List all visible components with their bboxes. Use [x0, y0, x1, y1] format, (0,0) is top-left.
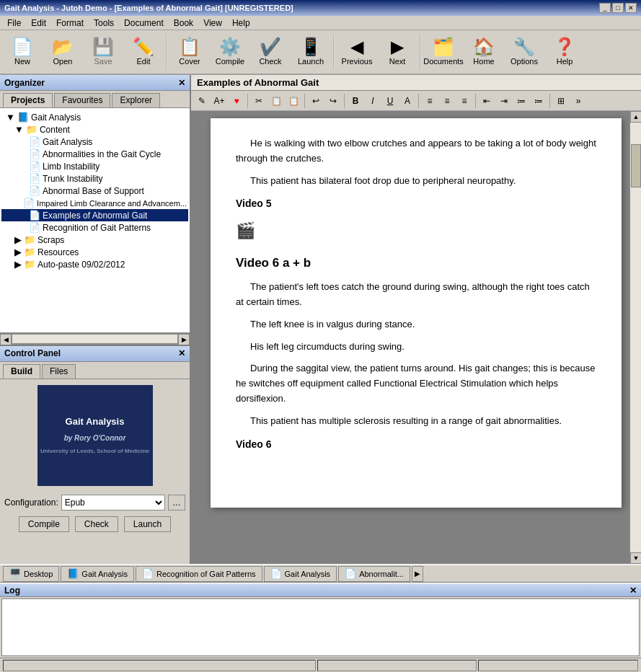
cp-compile-button[interactable]: Compile — [19, 516, 69, 532]
fmt-align-left-button[interactable]: ≡ — [422, 93, 438, 109]
organizer-close-button[interactable]: ✕ — [178, 78, 185, 88]
tab-explorer[interactable]: Explorer — [112, 93, 160, 107]
tree-scroll-right[interactable]: ▶ — [178, 334, 190, 345]
desktop-icon: 🖥️ — [9, 568, 21, 579]
log-close-button[interactable]: ✕ — [629, 585, 637, 596]
fmt-redo-button[interactable]: ↪ — [325, 93, 341, 109]
home-button[interactable]: 🏠 Home — [464, 32, 503, 72]
task-gait-label: Gait Analysis — [81, 570, 128, 578]
fmt-list-ul-button[interactable]: ≔ — [513, 93, 529, 109]
check-button[interactable]: ✔️ Check — [251, 32, 290, 72]
fmt-pencil-button[interactable]: ✎ — [194, 93, 210, 109]
scraps-expand-icon: ▶ — [14, 234, 22, 245]
fmt-indent-more-button[interactable]: ⇥ — [496, 93, 512, 109]
fmt-sep-2 — [304, 94, 305, 108]
fmt-cut-button[interactable]: ✂ — [251, 93, 267, 109]
menu-book[interactable]: Book — [169, 17, 198, 29]
fmt-align-center-button[interactable]: ≡ — [439, 93, 455, 109]
maximize-button[interactable]: □ — [612, 3, 624, 13]
task-abnormal[interactable]: 📄 Abnormalit... — [338, 566, 410, 582]
log-section: Log ✕ — [0, 583, 641, 658]
fmt-font-color-button[interactable]: A — [399, 93, 415, 109]
config-browse-button[interactable]: … — [168, 495, 185, 510]
save-button[interactable]: 💾 Save — [84, 32, 123, 72]
fmt-underline-button[interactable]: U — [382, 93, 398, 109]
recognition-task-icon: 📄 — [142, 568, 154, 579]
task-recognition[interactable]: 📄 Recognition of Gait Patterns — [136, 566, 262, 582]
tab-favourites[interactable]: Favourites — [54, 93, 110, 107]
new-button[interactable]: 📄 New — [3, 32, 42, 72]
tree-item-autopaste[interactable]: ▶ 📁 Auto-paste 09/02/2012 — [1, 258, 188, 270]
tree-label-gait-doc: Gait Analysis — [43, 137, 92, 147]
tree-item-recognition[interactable]: 📄 Recognition of Gait Patterns — [1, 221, 188, 234]
menu-tools[interactable]: Tools — [89, 17, 118, 29]
fmt-more-button[interactable]: » — [570, 93, 586, 109]
task-gait-analysis2[interactable]: 📄 Gait Analysis — [264, 566, 337, 582]
cp-check-button[interactable]: Check — [75, 516, 118, 532]
fmt-heart-button[interactable]: ♥ — [229, 93, 244, 109]
cp-launch-button[interactable]: Launch — [124, 516, 171, 532]
tree-item-abnormal-base[interactable]: 📄 Abnormal Base of Support — [1, 185, 188, 197]
menu-edit[interactable]: Edit — [27, 17, 50, 29]
tree-item-content[interactable]: ▼ 📁 Content — [1, 123, 188, 136]
scroll-down-button[interactable]: ▼ — [630, 552, 641, 564]
tree-label-resources: Resources — [37, 247, 79, 257]
menu-help[interactable]: Help — [228, 17, 255, 29]
fmt-sep-4 — [418, 94, 419, 108]
menu-document[interactable]: Document — [120, 17, 168, 29]
fmt-copy-button[interactable]: 📋 — [268, 93, 284, 109]
window-controls[interactable]: _ □ ✕ — [599, 3, 637, 13]
launch-button[interactable]: 📱 Launch — [291, 32, 330, 72]
minimize-button[interactable]: _ — [599, 3, 611, 13]
fmt-list-ol-button[interactable]: ≔ — [531, 93, 547, 109]
cp-tab-files[interactable]: Files — [42, 364, 76, 379]
task-gait-analysis[interactable]: 📘 Gait Analysis — [61, 566, 134, 582]
taskbar: 🖥️ Desktop 📘 Gait Analysis 📄 Recognition… — [0, 564, 641, 583]
tree-item-resources[interactable]: ▶ 📁 Resources — [1, 246, 188, 258]
menu-view[interactable]: View — [199, 17, 226, 29]
compile-button[interactable]: ⚙️ Compile — [211, 32, 249, 72]
fmt-paste-button[interactable]: 📋 — [286, 93, 301, 109]
fmt-indent-less-button[interactable]: ⇤ — [479, 93, 495, 109]
previous-button[interactable]: ◀ Previous — [337, 32, 376, 72]
tree-item-gait-analysis[interactable]: ▼ 📘 Gait Analysis — [1, 111, 188, 123]
options-label: Options — [510, 57, 538, 66]
options-button[interactable]: 🔧 Options — [505, 32, 544, 72]
tree-item-gait-analysis-doc[interactable]: 📄 Gait Analysis — [1, 136, 188, 148]
tree-scroll-left[interactable]: ◀ — [0, 334, 12, 345]
taskbar-more-button[interactable]: ▶ — [412, 566, 423, 582]
control-panel-header: Control Panel ✕ — [0, 346, 190, 362]
fmt-expand-button[interactable]: ⊞ — [553, 93, 569, 109]
fmt-align-right-button[interactable]: ≡ — [456, 93, 472, 109]
cp-tab-build[interactable]: Build — [3, 364, 40, 379]
tree-item-impaired[interactable]: 📄 Impaired Limb Clearance and Advancem..… — [1, 197, 188, 209]
fmt-italic-button[interactable]: I — [365, 93, 381, 109]
tree-item-scraps[interactable]: ▶ 📁 Scraps — [1, 234, 188, 246]
scroll-thumb[interactable] — [631, 144, 641, 187]
content-para2: This patient has bilateral foot drop due… — [236, 174, 596, 189]
tree-item-examples[interactable]: 📄 Examples of Abnormal Gait — [1, 209, 188, 221]
scroll-up-button[interactable]: ▲ — [630, 111, 641, 123]
fmt-font-size-button[interactable]: A+ — [211, 93, 227, 109]
open-button[interactable]: 📂 Open — [43, 32, 82, 72]
edit-icon: ✏️ — [133, 38, 154, 56]
tree-item-trunk[interactable]: 📄 Trunk Instability — [1, 172, 188, 185]
next-button[interactable]: ▶ Next — [378, 32, 417, 72]
edit-button[interactable]: ✏️ Edit — [124, 32, 163, 72]
documents-button[interactable]: 🗂️ Documents — [424, 32, 463, 72]
fmt-bold-button[interactable]: B — [348, 93, 363, 109]
log-content — [1, 598, 640, 656]
toolbar-separator-3 — [420, 34, 421, 70]
tab-projects[interactable]: Projects — [3, 93, 53, 107]
help-button[interactable]: ❓ Help — [545, 32, 584, 72]
config-select[interactable]: Epub PDF MOBI HTML — [61, 495, 165, 510]
task-desktop[interactable]: 🖥️ Desktop — [3, 566, 59, 582]
cover-button[interactable]: 📋 Cover — [170, 32, 209, 72]
menu-format[interactable]: Format — [52, 17, 88, 29]
close-button[interactable]: ✕ — [625, 3, 637, 13]
cp-close-button[interactable]: ✕ — [178, 348, 185, 358]
fmt-undo-button[interactable]: ↩ — [308, 93, 324, 109]
menu-file[interactable]: File — [3, 17, 25, 29]
tree-item-abnormalities[interactable]: 📄 Abnormalities in the Gait Cycle — [1, 148, 188, 160]
tree-item-limb-instability[interactable]: 📄 Limb Instability — [1, 160, 188, 172]
